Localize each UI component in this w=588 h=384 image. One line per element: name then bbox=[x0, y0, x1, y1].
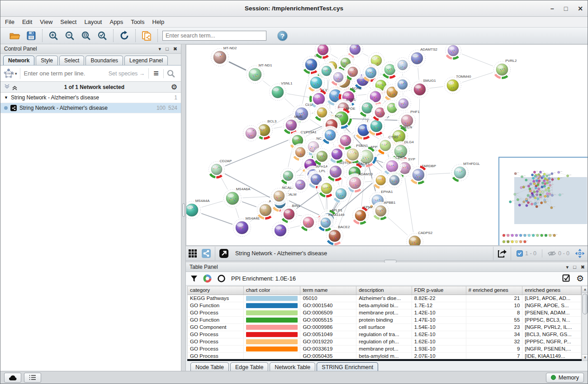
navigator-button[interactable] bbox=[573, 247, 587, 260]
network-canvas[interactable]: MT-ND2MT-ND1VSNL1GAB2ADAMTS2PVRL2TOMM40S… bbox=[186, 44, 588, 246]
open-session-button[interactable] bbox=[9, 29, 21, 42]
table-row[interactable]: GO FunctionGO:0005515protein binding1.47… bbox=[188, 317, 581, 324]
node-ADAM10[interactable]: ADAM10 bbox=[346, 172, 373, 193]
tab-boundaries[interactable]: Boundaries bbox=[85, 56, 123, 65]
node[interactable] bbox=[444, 45, 463, 60]
tab-node-table[interactable]: Node Table bbox=[190, 362, 229, 372]
node[interactable] bbox=[330, 69, 347, 86]
string-query-input[interactable] bbox=[20, 70, 109, 77]
string-db-selector[interactable]: STRING ▾ bbox=[3, 68, 20, 79]
column-header-0[interactable]: category bbox=[188, 286, 244, 295]
node-CADPS2[interactable]: CADPS2 bbox=[405, 231, 433, 245]
node[interactable] bbox=[313, 147, 332, 166]
export-network-button[interactable] bbox=[495, 247, 509, 260]
help-button[interactable]: ? bbox=[277, 31, 288, 41]
node[interactable] bbox=[299, 213, 318, 232]
zoom-fit-button[interactable] bbox=[80, 29, 92, 42]
menu-view[interactable]: View bbox=[40, 19, 52, 25]
clone-network-button[interactable] bbox=[140, 29, 153, 42]
node-MS4A4E[interactable]: MS4A4E bbox=[232, 216, 260, 238]
node-PVRL2[interactable]: PVRL2 bbox=[493, 59, 517, 80]
node-SMUG1[interactable]: SMUG1 bbox=[410, 79, 436, 99]
panel-float-icon[interactable]: □ bbox=[573, 264, 576, 270]
tab-string-enrichment[interactable]: STRING Enrichment bbox=[317, 362, 378, 372]
node[interactable] bbox=[292, 144, 309, 161]
chart-donut-icon[interactable] bbox=[203, 274, 212, 283]
memory-button[interactable]: Memory bbox=[546, 373, 584, 383]
search-input[interactable] bbox=[162, 31, 266, 41]
scroll-down-arrow[interactable]: ▼ bbox=[582, 354, 588, 361]
filter-icon[interactable] bbox=[190, 275, 198, 282]
table-row[interactable]: KEGG Pathways05010Alzheimer's dise...8.8… bbox=[188, 295, 581, 302]
table-row[interactable]: GO ProcessGO:0051049regulation of tra...… bbox=[188, 331, 581, 338]
panel-close-icon[interactable]: ✖ bbox=[581, 264, 585, 270]
menu-select[interactable]: Select bbox=[60, 19, 76, 25]
grid-view-button[interactable] bbox=[186, 247, 199, 260]
collapse-all-icon[interactable] bbox=[4, 84, 10, 90]
node[interactable] bbox=[394, 56, 412, 74]
panel-menu-icon[interactable]: ▾ bbox=[159, 46, 161, 52]
node[interactable] bbox=[395, 95, 413, 112]
panel-close-icon[interactable]: ✖ bbox=[173, 46, 177, 52]
open-in-string-button[interactable] bbox=[217, 247, 231, 260]
zoom-selected-button[interactable] bbox=[96, 29, 109, 42]
node-TOMM40[interactable]: TOMM40 bbox=[443, 75, 471, 95]
table-row[interactable]: GO FunctionGO:0001540beta-amyloid bi...1… bbox=[188, 302, 581, 309]
zoom-in-button[interactable] bbox=[47, 29, 60, 42]
panel-splitter[interactable] bbox=[181, 44, 186, 372]
birds-eye-view[interactable] bbox=[498, 157, 588, 246]
column-header-2[interactable]: term name bbox=[300, 286, 356, 295]
column-header-3[interactable]: description bbox=[356, 286, 412, 295]
node-MS4A4A[interactable]: MS4A4A bbox=[186, 199, 210, 220]
menu-edit[interactable]: Edit bbox=[22, 19, 32, 25]
column-header-5[interactable]: # enriched genes bbox=[466, 286, 523, 295]
collapse-triangle-icon[interactable]: ▼ bbox=[4, 95, 8, 100]
title-bar[interactable]: Session: /tmp/enrichmentTest.cys – □ ✕ bbox=[0, 0, 588, 17]
tab-select[interactable]: Select bbox=[59, 56, 84, 65]
node[interactable] bbox=[332, 185, 351, 203]
node[interactable] bbox=[271, 221, 290, 240]
scrollbar-thumb[interactable] bbox=[583, 294, 588, 314]
string-view-button[interactable] bbox=[199, 247, 213, 260]
menu-layout[interactable]: Layout bbox=[84, 19, 102, 25]
table-row[interactable]: GO ProcessGO:0019220regulation of ph...1… bbox=[188, 338, 581, 346]
column-header-6[interactable]: enriched genes bbox=[522, 286, 581, 295]
automation-status-button[interactable] bbox=[4, 373, 21, 383]
node-MT-ND1[interactable]: MT-ND1 bbox=[245, 63, 273, 85]
node-MTHFD1L[interactable]: MTHFD1L bbox=[450, 162, 480, 183]
zoom-out-button[interactable] bbox=[63, 29, 76, 42]
minimize-button[interactable]: – bbox=[550, 5, 554, 12]
menu-file[interactable]: File bbox=[5, 19, 14, 25]
table-vertical-scrollbar[interactable]: ▲ ▼ bbox=[582, 286, 588, 361]
splitter-handle[interactable] bbox=[182, 203, 185, 217]
tab-network[interactable]: Network bbox=[3, 56, 34, 65]
node-EPHA5[interactable]: EPHA5 bbox=[351, 205, 376, 225]
set-species-hint[interactable]: Set species → bbox=[109, 70, 145, 77]
node[interactable] bbox=[394, 76, 412, 94]
save-session-button[interactable] bbox=[25, 29, 38, 42]
table-bottom-scrollbar[interactable] bbox=[187, 359, 582, 361]
tab-style[interactable]: Style bbox=[36, 56, 58, 65]
scroll-up-arrow[interactable]: ▲ bbox=[582, 286, 588, 293]
panel-float-icon[interactable]: □ bbox=[166, 46, 169, 52]
settings-gear-icon[interactable]: ⚙ bbox=[576, 274, 584, 283]
node-VSNL1[interactable]: VSNL1 bbox=[268, 81, 293, 102]
tab-network-table[interactable]: Network Table bbox=[270, 362, 315, 372]
table-row[interactable]: GO ComponentGO:0009986cell surface1.54E-… bbox=[188, 324, 581, 331]
node[interactable] bbox=[280, 167, 297, 185]
string-options-menu-icon[interactable]: ≡ bbox=[148, 68, 163, 79]
table-row[interactable]: GO ProcessGO:0006509membrane prot...1.42… bbox=[188, 309, 581, 317]
menu-tools[interactable]: Tools bbox=[131, 19, 144, 25]
tab-edge-table[interactable]: Edge Table bbox=[230, 362, 268, 372]
menu-help[interactable]: Help bbox=[152, 19, 165, 25]
maximize-button[interactable]: □ bbox=[564, 5, 568, 12]
close-button[interactable]: ✕ bbox=[578, 5, 583, 12]
gear-icon[interactable]: ⚙ bbox=[171, 84, 177, 91]
expand-all-icon[interactable] bbox=[12, 84, 18, 90]
refresh-button[interactable] bbox=[118, 29, 131, 42]
column-header-1[interactable]: chart color bbox=[244, 286, 301, 295]
select-columns-icon[interactable] bbox=[562, 274, 571, 283]
node[interactable] bbox=[242, 124, 261, 143]
node[interactable] bbox=[337, 131, 355, 150]
network-collection-row[interactable]: ▼ String Network - Alzheimer's disease 1 bbox=[0, 93, 181, 103]
